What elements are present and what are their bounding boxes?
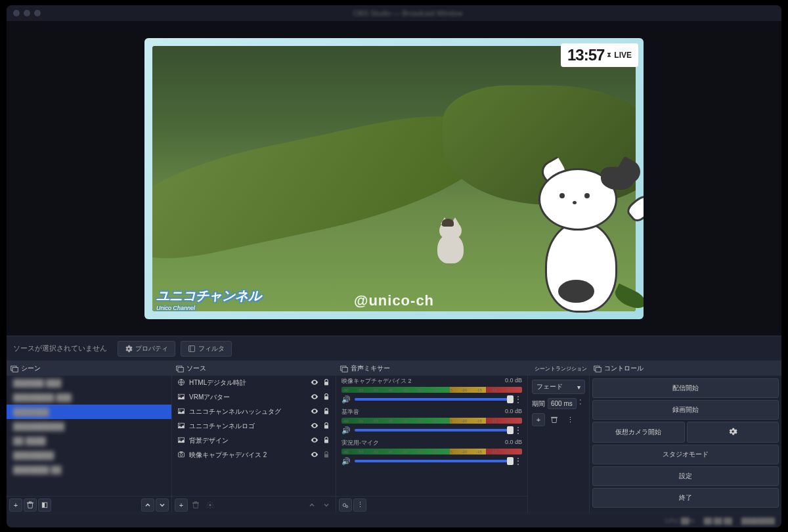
start-vcam-button[interactable]: 仮想カメラ開始 xyxy=(592,422,685,443)
chevron-down-icon: ▾ xyxy=(577,384,580,391)
close-window-icon[interactable] xyxy=(13,10,20,16)
lock-toggle[interactable] xyxy=(322,451,330,460)
scene-up-button[interactable] xyxy=(141,499,154,512)
transitions-header: シーントランジション xyxy=(528,361,589,376)
source-properties-button[interactable] xyxy=(204,499,217,512)
image-icon xyxy=(177,436,185,445)
mixer-menu-button[interactable]: ⋮ xyxy=(514,426,522,435)
filters-button[interactable]: フィルタ xyxy=(181,341,232,357)
source-item[interactable]: 映像キャプチャデバイス 2 xyxy=(172,448,336,462)
add-transition-button[interactable]: + xyxy=(532,413,545,426)
duration-input[interactable] xyxy=(548,398,577,409)
lock-icon xyxy=(322,378,330,386)
chevron-down-icon xyxy=(322,501,330,509)
scene-item[interactable]: ██ ████ xyxy=(7,433,171,448)
add-scene-button[interactable]: + xyxy=(9,499,22,512)
svg-rect-28 xyxy=(342,368,347,372)
volume-slider[interactable] xyxy=(355,460,510,462)
svg-rect-7 xyxy=(178,368,183,372)
mixer-db: 0.0 dB xyxy=(505,439,522,447)
vcam-settings-button[interactable] xyxy=(687,422,779,443)
scene-item[interactable]: ████████ ███ xyxy=(7,390,171,405)
mixer-db: 0.0 dB xyxy=(505,377,522,386)
visibility-toggle[interactable] xyxy=(311,378,318,388)
chevron-up-icon xyxy=(308,501,316,509)
source-label: HTMLデジタル時計 xyxy=(189,378,307,388)
svg-point-11 xyxy=(179,395,181,397)
dock-icon xyxy=(594,365,602,372)
scene-item[interactable]: ███████ xyxy=(7,405,171,419)
volume-slider[interactable] xyxy=(355,429,510,432)
preview-canvas: 13:57 ⧗ LIVE ユニコチャンネル Unico Channel @uni… xyxy=(144,38,644,319)
remove-transition-button[interactable] xyxy=(548,413,561,426)
lock-icon xyxy=(322,451,330,458)
volume-slider[interactable] xyxy=(355,398,510,401)
remove-source-button[interactable] xyxy=(189,499,202,512)
remove-scene-button[interactable] xyxy=(24,499,37,512)
mixer-menu-button[interactable]: ⋮ xyxy=(353,499,366,512)
start-recording-button[interactable]: 録画開始 xyxy=(592,400,779,420)
svg-rect-25 xyxy=(324,454,328,457)
source-item[interactable]: HTMLデジタル時計 xyxy=(172,376,336,390)
source-item[interactable]: ユニコチャンネルロゴ xyxy=(172,419,336,433)
source-down-button[interactable] xyxy=(320,499,333,512)
svg-rect-34 xyxy=(596,368,601,372)
source-item[interactable]: ユニコチャンネルハッシュタグ xyxy=(172,405,336,419)
image-icon xyxy=(177,407,185,416)
scene-item[interactable]: ████████ xyxy=(7,448,171,462)
lock-icon xyxy=(322,407,330,415)
mixer-menu-button[interactable]: ⋮ xyxy=(514,456,522,466)
duration-spinner[interactable]: ˄˅ xyxy=(579,400,582,408)
clock-time: 13:57 xyxy=(567,46,604,64)
visibility-toggle[interactable] xyxy=(311,436,318,445)
speaker-icon[interactable]: 🔊 xyxy=(341,457,351,466)
scene-item[interactable]: ███████ ██ xyxy=(7,462,171,477)
transition-select[interactable]: フェード ▾ xyxy=(532,380,585,394)
transition-menu-button[interactable]: ⋮ xyxy=(563,413,577,426)
source-up-button[interactable] xyxy=(305,499,318,512)
svg-rect-15 xyxy=(324,410,328,414)
lock-toggle[interactable] xyxy=(322,378,330,388)
scene-item[interactable]: ██████████ xyxy=(7,419,171,433)
source-toolbar: ソースが選択されていません プロパティ フィルタ xyxy=(7,336,781,361)
speaker-icon[interactable]: 🔊 xyxy=(341,395,351,404)
mixer-channel: 実況用-マイク0.0 dB -60-55-50-45-40-35-30-25-2… xyxy=(336,437,527,468)
maximize-window-icon[interactable] xyxy=(34,10,41,16)
lock-icon xyxy=(322,436,330,444)
audio-meter: -60-55-50-45-40-35-30-25-20-15-10-50 xyxy=(341,449,522,454)
start-streaming-button[interactable]: 配信開始 xyxy=(592,378,779,398)
mixer-list: 映像キャプチャデバイス 20.0 dB -60-55-50-45-40-35-3… xyxy=(336,376,527,496)
scene-down-button[interactable] xyxy=(156,499,169,512)
lock-toggle[interactable] xyxy=(322,393,330,402)
source-item[interactable]: VRMアバター xyxy=(172,390,336,405)
properties-button[interactable]: プロパティ xyxy=(118,341,175,357)
studio-mode-button[interactable]: スタジオモード xyxy=(592,445,779,464)
visibility-toggle[interactable] xyxy=(311,393,318,402)
eye-icon xyxy=(311,451,318,458)
visibility-toggle[interactable] xyxy=(311,451,318,460)
visibility-toggle[interactable] xyxy=(311,407,318,416)
mixer-channel: 基準音0.0 dB -60-55-50-45-40-35-30-25-20-15… xyxy=(336,407,527,437)
mixer-menu-button[interactable]: ⋮ xyxy=(514,395,522,404)
mixer-footer: ⋮ xyxy=(336,496,527,513)
mixer-advanced-button[interactable] xyxy=(339,499,352,512)
preview-area[interactable]: 13:57 ⧗ LIVE ユニコチャンネル Unico Channel @uni… xyxy=(7,21,781,336)
lock-toggle[interactable] xyxy=(322,422,330,431)
lock-toggle[interactable] xyxy=(322,436,330,445)
scenes-header: シーン xyxy=(7,361,171,376)
settings-button[interactable]: 設定 xyxy=(592,466,779,486)
scene-filter-button[interactable] xyxy=(38,499,51,512)
lock-toggle[interactable] xyxy=(322,407,330,416)
exit-button[interactable]: 終了 xyxy=(592,488,779,508)
source-label: 映像キャプチャデバイス 2 xyxy=(189,451,307,460)
dock-icon xyxy=(340,365,348,372)
eye-icon xyxy=(311,407,318,415)
channel-logo: ユニコチャンネル Unico Channel xyxy=(156,287,261,311)
visibility-toggle[interactable] xyxy=(311,422,318,431)
add-source-button[interactable]: + xyxy=(175,499,188,512)
scene-item[interactable]: ██████ ███ xyxy=(7,376,171,390)
transitions-body: フェード ▾ 期間 ˄˅ + ⋮ xyxy=(528,376,589,430)
speaker-icon[interactable]: 🔊 xyxy=(341,426,351,435)
minimize-window-icon[interactable] xyxy=(24,10,30,16)
source-item[interactable]: 背景デザイン xyxy=(172,433,336,448)
